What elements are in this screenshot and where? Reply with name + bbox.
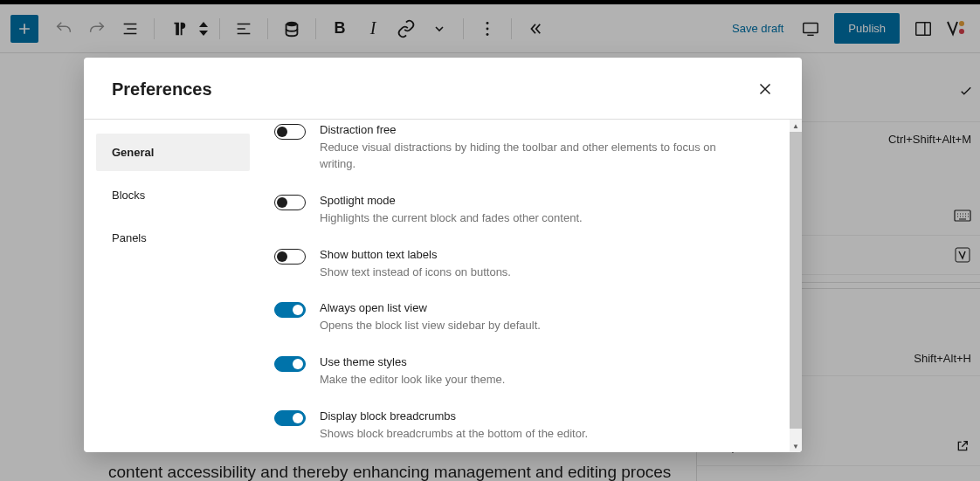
option-use-theme-styles: Use theme styles Make the editor look li… — [274, 345, 790, 399]
scroll-up-arrow[interactable]: ▲ — [790, 120, 802, 132]
option-label: Display block breadcrumbs — [320, 409, 588, 423]
toggle-spotlight-mode[interactable] — [274, 195, 306, 210]
option-display-breadcrumbs: Display block breadcrumbs Shows block br… — [274, 399, 790, 452]
option-label: Spotlight mode — [320, 194, 583, 207]
option-label: Use theme styles — [320, 355, 505, 368]
tab-general[interactable]: General — [96, 134, 250, 171]
option-button-text-labels: Show button text labels Show text instea… — [274, 237, 790, 292]
scrollbar-thumb[interactable] — [790, 132, 802, 429]
tab-panels[interactable]: Panels — [96, 219, 250, 257]
toggle-distraction-free[interactable] — [274, 124, 306, 140]
option-label: Always open list view — [320, 301, 541, 314]
toggle-button-text-labels[interactable] — [274, 249, 306, 265]
preferences-panel: Distraction free Reduce visual distracti… — [250, 120, 802, 452]
option-label: Show button text labels — [320, 248, 511, 261]
option-distraction-free: Distraction free Reduce visual distracti… — [274, 120, 790, 183]
option-description: Show text instead of icons on buttons. — [320, 265, 511, 281]
tab-blocks[interactable]: Blocks — [96, 176, 250, 214]
preferences-tabs: General Blocks Panels — [84, 120, 250, 452]
option-spotlight-mode: Spotlight mode Highlights the current bl… — [274, 183, 790, 237]
option-description: Shows block breadcrumbs at the bottom of… — [320, 426, 588, 443]
close-button[interactable] — [753, 77, 777, 101]
option-description: Highlights the current block and fades o… — [320, 210, 583, 227]
option-description: Opens the block list view sidebar by def… — [320, 318, 541, 334]
modal-header: Preferences — [84, 58, 802, 120]
scroll-down-arrow[interactable]: ▼ — [790, 440, 802, 452]
modal-title: Preferences — [112, 79, 212, 100]
toggle-always-open-list-view[interactable] — [274, 302, 306, 318]
option-description: Reduce visual distractions by hiding the… — [320, 140, 730, 173]
toggle-use-theme-styles[interactable] — [274, 356, 306, 372]
preferences-modal: Preferences General Blocks Panels Distra… — [84, 58, 802, 452]
option-description: Make the editor look like your theme. — [320, 372, 505, 388]
toggle-display-breadcrumbs[interactable] — [274, 410, 306, 426]
option-always-open-list-view: Always open list view Opens the block li… — [274, 291, 790, 345]
option-label: Distraction free — [320, 123, 730, 136]
